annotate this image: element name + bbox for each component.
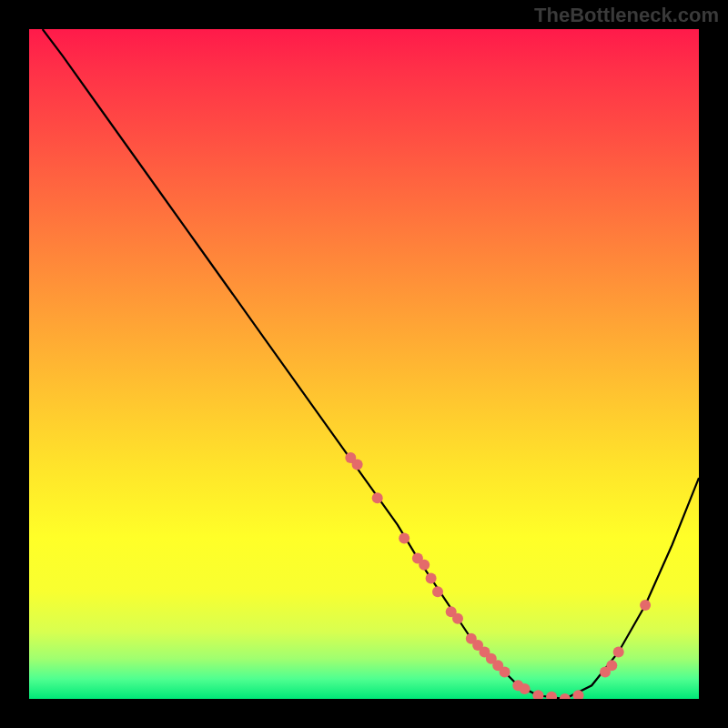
- watermark-text: TheBottleneck.com: [534, 4, 719, 27]
- data-point: [613, 647, 624, 658]
- data-point: [520, 683, 531, 694]
- data-point: [452, 613, 463, 624]
- data-point: [419, 560, 430, 571]
- data-points-group: [345, 452, 651, 699]
- data-point: [432, 586, 443, 597]
- bottleneck-curve: [43, 29, 699, 699]
- data-point: [399, 532, 410, 543]
- data-point: [426, 573, 437, 584]
- data-point: [606, 660, 617, 671]
- data-point: [532, 690, 543, 699]
- data-point: [640, 600, 651, 611]
- data-point: [372, 492, 383, 503]
- data-point: [560, 693, 571, 699]
- chart-plot-area: [29, 29, 699, 699]
- data-point: [500, 667, 511, 678]
- chart-svg: [29, 29, 699, 699]
- data-point: [352, 459, 363, 470]
- data-point: [546, 692, 557, 699]
